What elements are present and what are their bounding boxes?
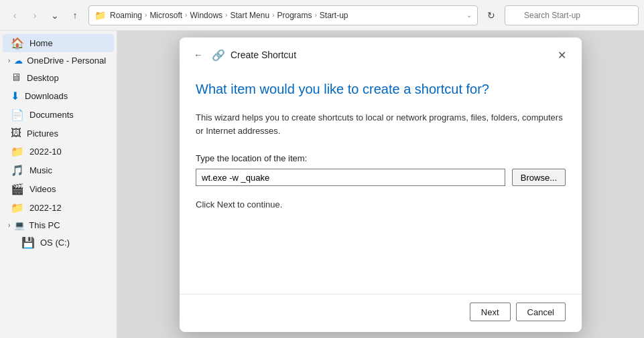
sidebar-item-label: 2022-12	[29, 203, 62, 213]
chevron-icon: ›	[8, 57, 10, 64]
recent-locations-button[interactable]: ⌄	[46, 6, 64, 25]
folder-icon: 📁	[11, 145, 24, 158]
sidebar-item-downloads[interactable]: ⬇ Downloads	[3, 87, 114, 105]
sidebar: 🏠 Home › ☁ OneDrive - Personal 🖥 Desktop…	[0, 31, 117, 338]
modal-close-button[interactable]: ✕	[552, 46, 571, 64]
breadcrumb-part[interactable]: Roaming	[110, 11, 142, 20]
breadcrumb-part[interactable]: Programs	[277, 11, 312, 20]
chevron-icon: ›	[8, 222, 10, 229]
next-button[interactable]: Next	[470, 303, 511, 321]
sidebar-item-label: Music	[29, 165, 52, 175]
sidebar-item-label: Home	[29, 38, 53, 48]
sidebar-item-label: Downloads	[25, 91, 68, 101]
shortcut-icon: 🔗	[212, 49, 225, 62]
sidebar-item-onedrive[interactable]: › ☁ OneDrive - Personal	[3, 53, 114, 68]
forward-button[interactable]: ›	[25, 6, 44, 25]
downloads-icon: ⬇	[11, 90, 19, 102]
breadcrumb-part[interactable]: Microsoft	[149, 11, 182, 20]
sidebar-item-music[interactable]: 🎵 Music	[3, 161, 114, 179]
modal-title: Create Shortcut	[231, 50, 296, 60]
search-input[interactable]	[505, 5, 639, 25]
sidebar-item-label: OS (C:)	[40, 238, 70, 248]
sidebar-item-folder2[interactable]: 📁 2022-12	[3, 199, 114, 217]
pictures-icon: 🖼	[11, 127, 21, 139]
folder2-icon: 📁	[11, 201, 24, 214]
music-icon: 🎵	[11, 164, 24, 177]
field-label: Type the location of the item:	[196, 153, 566, 163]
location-input[interactable]	[196, 169, 505, 186]
sidebar-item-folder1[interactable]: 📁 2022-10	[3, 143, 114, 161]
home-icon: 🏠	[11, 37, 24, 50]
modal-titlebar: ← 🔗 Create Shortcut ✕	[180, 37, 582, 70]
nav-buttons: ‹ › ⌄ ↑	[5, 6, 84, 25]
sidebar-item-desktop[interactable]: 🖥 Desktop	[3, 69, 114, 86]
browse-button[interactable]: Browse...	[512, 169, 566, 186]
onedrive-icon: ☁	[14, 56, 23, 66]
sidebar-item-label: This PC	[29, 220, 60, 230]
content-area: ← 🔗 Create Shortcut ✕ What item would yo…	[117, 31, 644, 338]
sidebar-item-home[interactable]: 🏠 Home	[3, 34, 114, 52]
modal-description: This wizard helps you to create shortcut…	[196, 111, 566, 137]
search-wrapper: 🔍	[505, 5, 639, 25]
sidebar-item-videos[interactable]: 🎬 Videos	[3, 180, 114, 198]
modal-overlay: ← 🔗 Create Shortcut ✕ What item would yo…	[117, 31, 644, 338]
sidebar-item-label: Desktop	[27, 73, 59, 83]
sidebar-item-label: Documents	[29, 110, 74, 120]
modal-body: What item would you like to create a sho…	[180, 70, 582, 294]
sidebar-item-label: Videos	[29, 184, 56, 194]
videos-icon: 🎬	[11, 183, 24, 195]
field-row: Browse...	[196, 169, 566, 186]
sidebar-item-thispc[interactable]: › 💻 This PC	[3, 218, 114, 233]
thispc-icon: 💻	[14, 220, 25, 230]
breadcrumb-part[interactable]: Start Menu	[230, 11, 269, 20]
desktop-icon: 🖥	[11, 72, 21, 84]
sidebar-item-label: OneDrive - Personal	[27, 56, 106, 66]
up-button[interactable]: ↑	[66, 6, 84, 25]
modal-back-button[interactable]: ←	[190, 47, 206, 63]
sidebar-item-osc[interactable]: 💾 OS (C:)	[3, 234, 114, 252]
back-button[interactable]: ‹	[5, 6, 24, 25]
sidebar-item-pictures[interactable]: 🖼 Pictures	[3, 124, 114, 142]
folder-icon: 📁	[94, 10, 106, 21]
hint-text: Click Next to continue.	[196, 199, 566, 209]
modal-heading: What item would you like to create a sho…	[196, 80, 566, 98]
breadcrumb-part[interactable]: Windows	[190, 11, 222, 20]
create-shortcut-dialog: ← 🔗 Create Shortcut ✕ What item would yo…	[180, 37, 582, 332]
modal-footer: Next Cancel	[180, 294, 582, 332]
sidebar-item-label: Pictures	[27, 129, 58, 139]
breadcrumb-part[interactable]: Start-up	[320, 11, 348, 20]
sidebar-item-documents[interactable]: 📄 Documents	[3, 106, 114, 124]
sidebar-item-label: 2022-10	[29, 147, 62, 157]
address-bar: ‹ › ⌄ ↑ 📁 Roaming › Microsoft › Windows …	[0, 0, 644, 31]
cancel-button[interactable]: Cancel	[516, 303, 566, 321]
os-icon: 💾	[21, 236, 35, 249]
refresh-button[interactable]: ↻	[482, 6, 501, 25]
documents-icon: 📄	[11, 108, 24, 121]
main-area: 🏠 Home › ☁ OneDrive - Personal 🖥 Desktop…	[0, 31, 644, 338]
breadcrumb[interactable]: 📁 Roaming › Microsoft › Windows › Start …	[88, 5, 478, 25]
